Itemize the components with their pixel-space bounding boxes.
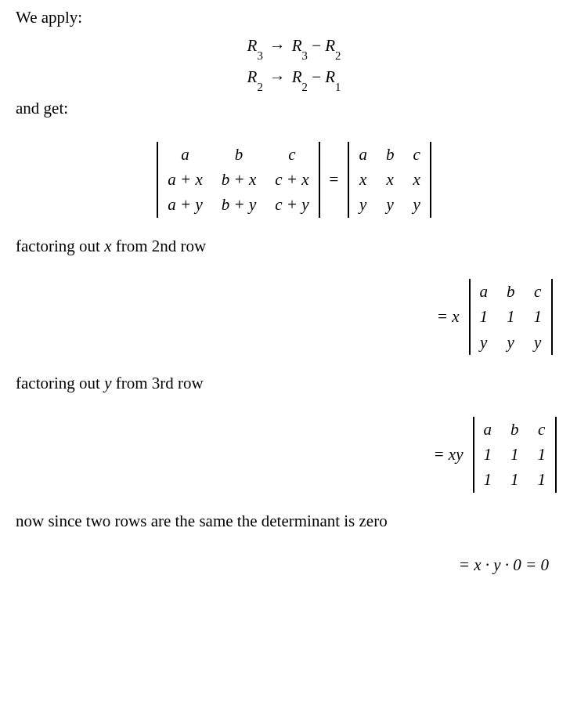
factor-x-text: factoring out x from 2nd row bbox=[16, 235, 572, 257]
det-3: abc 111 111 bbox=[473, 417, 557, 493]
equation-3: = xy abc 111 111 bbox=[16, 417, 572, 493]
final-eq: = x · y · 0 = 0 bbox=[459, 554, 549, 576]
coef-xy: = xy bbox=[433, 443, 463, 465]
and-get-text: and get: bbox=[16, 97, 572, 119]
det-2: abc 111 yyy bbox=[469, 279, 554, 355]
det-left-1: abc a + xb + xc + x a + yb + yc + y bbox=[157, 142, 319, 218]
equals-sign: = bbox=[330, 168, 339, 190]
row-op-1: R3 → R3 − R2 bbox=[16, 34, 572, 60]
det-right-1: abc xxx yyy bbox=[348, 142, 431, 218]
equation-1: abc a + xb + xc + x a + yb + yc + y = ab… bbox=[16, 142, 572, 218]
row-op-2: R2 → R2 − R1 bbox=[16, 66, 572, 91]
intro-text: We apply: bbox=[16, 6, 572, 28]
equation-final: = x · y · 0 = 0 bbox=[16, 554, 572, 576]
coef-x: = x bbox=[437, 306, 460, 327]
zero-text: now since two rows are the same the dete… bbox=[16, 510, 572, 532]
equation-2: = x abc 111 yyy bbox=[16, 279, 572, 355]
factor-y-text: factoring out y from 3rd row bbox=[16, 372, 572, 394]
